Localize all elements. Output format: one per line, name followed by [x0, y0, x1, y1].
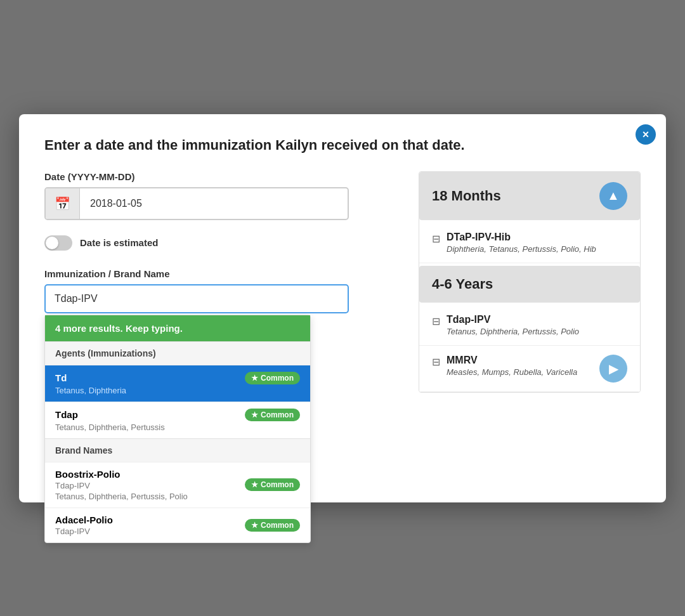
brands-section-header: Brand Names [45, 438, 310, 462]
calendar-icon: 📅 [55, 196, 70, 211]
vaccine-mmrv-icon: ⊟ [432, 356, 440, 383]
vaccine-dtap-name: DTaP-IPV-Hib [447, 232, 627, 243]
tdap-name: Tdap [55, 409, 78, 420]
calendar-icon-box: 📅 [46, 188, 80, 219]
age-4-6-years-section: 4-6 Years [419, 266, 640, 303]
vaccine-mmrv-row: ⊟ MMRV Measles, Mumps, Rubella, Varicell… [419, 346, 640, 392]
date-field-label: Date (YYYY-MM-DD) [44, 171, 398, 182]
dropdown-item-boostrix[interactable]: Boostrix-Polio Tdap-IPV Tetanus, Diphthe… [45, 462, 310, 508]
dropdown-item-adacel[interactable]: Adacel-Polio Tdap-IPV ★ Common [45, 508, 310, 542]
age-18-months-section: 18 Months ▲ [419, 172, 640, 220]
tdap-subtitle: Tetanus, Diphtheria, Pertussis [55, 423, 300, 432]
dropdown-item-td[interactable]: Td ★ Common Tetanus, Diphtheria [45, 365, 310, 402]
vaccine-dtap-desc: Diphtheria, Tetanus, Pertussis, Polio, H… [447, 244, 627, 254]
vaccine-tdap-icon: ⊟ [432, 315, 440, 336]
vaccine-dtap-icon: ⊟ [432, 233, 440, 254]
schedule-panel: 18 Months ▲ ⊟ DTaP-IPV-Hib Diphtheria, T… [419, 171, 641, 393]
mmrv-nav-btn[interactable]: ▶ [599, 355, 627, 383]
vaccine-tdap-desc: Tetanus, Diphtheria, Pertussis, Polio [447, 327, 627, 336]
modal-title: Enter a date and the immunization Kailyn… [44, 137, 641, 154]
modal-body: Date (YYYY-MM-DD) 📅 Date is estimated Im… [44, 171, 641, 477]
vaccine-tdap-row: ⊟ Tdap-IPV Tetanus, Diphtheria, Pertussi… [419, 305, 640, 346]
vaccine-mmrv-desc: Measles, Mumps, Rubella, Varicella [447, 367, 593, 377]
immunization-dropdown: 4 more results. Keep typing. Agents (Imm… [44, 315, 311, 543]
td-name: Td [55, 372, 67, 383]
boostrix-subtitle: Tdap-IPV [55, 481, 188, 490]
immunization-input[interactable] [44, 284, 349, 313]
estimated-toggle[interactable] [44, 235, 72, 251]
date-input[interactable] [80, 190, 348, 217]
estimated-toggle-row: Date is estimated [44, 235, 398, 251]
immunization-field-label: Immunization / Brand Name [44, 268, 398, 279]
boostrix-name: Boostrix-Polio [55, 469, 188, 480]
left-panel: Date (YYYY-MM-DD) 📅 Date is estimated Im… [44, 171, 398, 477]
adacel-common-badge: ★ Common [245, 519, 300, 532]
close-button[interactable]: × [636, 124, 656, 145]
age-4-6-years-label: 4-6 Years [432, 276, 493, 292]
estimated-toggle-label: Date is estimated [80, 237, 158, 248]
td-subtitle: Tetanus, Diphtheria [55, 386, 300, 395]
boostrix-subtitle2: Tetanus, Diphtheria, Pertussis, Polio [55, 492, 188, 501]
date-input-wrapper: 📅 [44, 187, 349, 220]
age-18-months-label: 18 Months [432, 188, 501, 204]
modal-overlay: × Enter a date and the immunization Kail… [0, 0, 685, 616]
td-common-badge: ★ Common [245, 372, 300, 384]
vaccine-mmrv-name: MMRV [447, 355, 593, 366]
dropdown-item-tdap[interactable]: Tdap ★ Common Tetanus, Diphtheria, Pertu… [45, 402, 310, 438]
adacel-subtitle: Tdap-IPV [55, 527, 113, 536]
immunization-field-wrapper: 4 more results. Keep typing. Agents (Imm… [44, 284, 349, 313]
adacel-name: Adacel-Polio [55, 514, 113, 525]
age-18-months-nav-up[interactable]: ▲ [599, 182, 627, 210]
vaccine-dtap-row: ⊟ DTaP-IPV-Hib Diphtheria, Tetanus, Pert… [419, 223, 640, 263]
boostrix-common-badge: ★ Common [245, 478, 300, 491]
right-panel: 18 Months ▲ ⊟ DTaP-IPV-Hib Diphtheria, T… [419, 171, 641, 477]
modal-dialog: × Enter a date and the immunization Kail… [19, 114, 666, 502]
vaccine-tdap-name: Tdap-IPV [447, 314, 627, 325]
agents-section-header: Agents (Immunizations) [45, 341, 310, 365]
tdap-common-badge: ★ Common [245, 409, 300, 421]
more-results-banner: 4 more results. Keep typing. [45, 315, 310, 341]
